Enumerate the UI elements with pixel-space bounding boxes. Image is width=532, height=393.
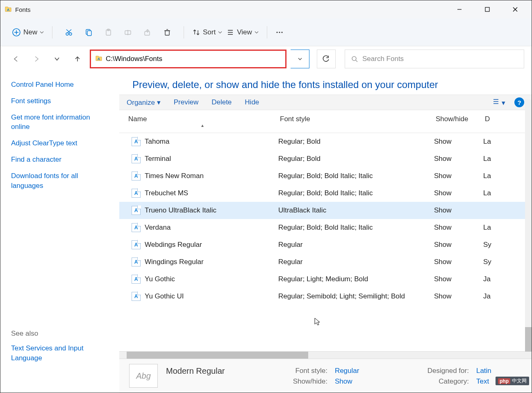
scissors-icon: [65, 28, 73, 36]
font-row[interactable]: AVerdanaRegular; Bold; Bold Italic; Ital…: [119, 219, 532, 236]
font-row[interactable]: ATrebuchet MSRegular; Bold; Bold Italic;…: [119, 185, 532, 202]
font-d-cell: La: [483, 224, 500, 232]
sidebar-link-0[interactable]: Control Panel Home: [11, 80, 109, 90]
font-file-icon: A: [132, 257, 141, 267]
font-name: Yu Gothic UI: [145, 292, 184, 300]
search-icon: [351, 55, 358, 63]
font-style-cell: Regular: [278, 258, 434, 266]
nav-history-button[interactable]: [49, 51, 65, 67]
font-list[interactable]: ATahomaRegular; BoldShowLaATerminalRegul…: [119, 133, 532, 351]
font-show-cell: Show: [434, 155, 483, 163]
sidebar-link-5[interactable]: Download fonts for all languages: [11, 171, 109, 191]
sort-button-label: Sort: [203, 28, 216, 36]
help-button[interactable]: ?: [514, 97, 524, 107]
svg-text:A: A: [7, 8, 10, 12]
search-placeholder: Search Fonts: [362, 55, 404, 63]
font-row[interactable]: AWingdings RegularRegularShowSy: [119, 253, 532, 271]
copy-button[interactable]: [84, 28, 93, 36]
font-file-icon: A: [132, 189, 141, 198]
address-dropdown-button[interactable]: [291, 50, 309, 68]
svg-text:A: A: [98, 57, 100, 61]
font-name: Times New Roman: [145, 172, 204, 180]
svg-point-26: [279, 32, 280, 33]
preview-fontstyle-value[interactable]: Regular: [335, 367, 390, 375]
seealso-link-0[interactable]: Text Services and Input Language: [11, 343, 109, 363]
font-row[interactable]: AWebdings RegularRegularShowSy: [119, 236, 532, 253]
nav-up-button[interactable]: [69, 51, 86, 67]
sidebar-link-1[interactable]: Font settings: [11, 96, 109, 106]
rename-button[interactable]: [124, 28, 132, 36]
font-file-icon: A: [132, 154, 141, 163]
preview-showhide-value[interactable]: Show: [335, 377, 390, 386]
font-row[interactable]: AYu GothicRegular; Light; Medium; BoldSh…: [119, 271, 532, 288]
list-icon: [492, 98, 500, 105]
font-row[interactable]: ATrueno UltraBlack ItalicUltraBlack Ital…: [119, 202, 532, 219]
column-show-hide[interactable]: Show/hide: [434, 113, 483, 129]
preview-designed-value[interactable]: Latin: [476, 367, 522, 375]
font-name: Verdana: [145, 224, 171, 232]
sidebar: Control Panel HomeFont settingsGet more …: [0, 72, 119, 393]
delete-font-button[interactable]: Delete: [211, 98, 232, 106]
font-show-cell: Show: [434, 241, 483, 249]
delete-button[interactable]: [163, 28, 171, 36]
hide-button[interactable]: Hide: [245, 98, 259, 106]
view-options-button[interactable]: ▾: [492, 98, 505, 107]
font-show-cell: Show: [434, 275, 483, 283]
font-d-cell: Ja: [483, 275, 500, 283]
horizontal-scrollbar[interactable]: [119, 351, 532, 359]
preview-title: Modern Regular: [166, 366, 255, 376]
search-box[interactable]: Search Fonts: [345, 50, 524, 68]
font-style-cell: Regular; Bold; Bold Italic; Italic: [278, 189, 434, 197]
preview-button[interactable]: Preview: [174, 98, 198, 106]
font-show-cell: Show: [434, 172, 483, 180]
new-button[interactable]: New: [12, 28, 44, 37]
share-icon: [143, 28, 152, 36]
fonts-folder-icon: A: [5, 5, 12, 14]
address-bar[interactable]: A: [90, 50, 286, 68]
minimize-button[interactable]: [451, 3, 468, 16]
chevron-down-icon: [40, 30, 44, 34]
sidebar-link-4[interactable]: Find a character: [11, 155, 109, 165]
paste-button[interactable]: [104, 28, 112, 36]
column-d[interactable]: D: [483, 113, 500, 129]
share-button[interactable]: [143, 28, 152, 36]
svg-rect-2: [485, 7, 489, 11]
font-name: Tahoma: [145, 138, 169, 146]
font-d-cell: La: [483, 138, 500, 146]
more-button[interactable]: [275, 28, 284, 36]
close-button[interactable]: [507, 3, 523, 16]
preview-fontstyle-label: Font style:: [263, 367, 327, 375]
font-row[interactable]: ATahomaRegular; BoldShowLa: [119, 133, 532, 150]
font-d-cell: Ja: [483, 292, 500, 300]
preview-category-label: Category:: [397, 377, 469, 386]
font-name: Yu Gothic: [145, 275, 175, 283]
font-style-cell: Regular; Bold: [278, 138, 434, 146]
font-row[interactable]: ATimes New RomanRegular; Bold; Bold Ital…: [119, 167, 532, 185]
plus-circle-icon: [12, 28, 21, 37]
see-also-header: See also: [11, 330, 109, 338]
font-d-cell: La: [483, 155, 500, 163]
maximize-button[interactable]: [479, 3, 496, 16]
sidebar-link-3[interactable]: Adjust ClearType text: [11, 138, 109, 148]
nav-back-button[interactable]: [8, 51, 24, 67]
refresh-button[interactable]: [317, 50, 336, 68]
vertical-scrollbar[interactable]: [525, 99, 532, 356]
sort-indicator-icon: ▲: [128, 123, 277, 128]
preview-showhide-label: Show/hide:: [263, 377, 327, 386]
sort-button[interactable]: Sort: [192, 28, 222, 36]
column-font-style[interactable]: Font style: [278, 113, 434, 129]
svg-line-30: [356, 60, 357, 62]
font-row[interactable]: ATerminalRegular; BoldShowLa: [119, 150, 532, 167]
nav-forward-button[interactable]: [28, 51, 45, 67]
preview-thumbnail: Abg: [129, 364, 158, 388]
column-name[interactable]: Name ▲: [127, 113, 278, 129]
view-button[interactable]: View: [226, 28, 259, 36]
sidebar-link-2[interactable]: Get more font information online: [11, 113, 109, 132]
address-input[interactable]: [106, 55, 281, 63]
fonts-folder-icon: A: [95, 54, 102, 64]
cut-button[interactable]: [65, 28, 73, 36]
font-d-cell: Sy: [483, 258, 500, 266]
list-header: Name ▲ Font style Show/hide D: [119, 110, 532, 133]
organize-button[interactable]: Organize ▾: [127, 98, 161, 107]
font-row[interactable]: AYu Gothic UIRegular; Semibold; Light; S…: [119, 288, 532, 305]
